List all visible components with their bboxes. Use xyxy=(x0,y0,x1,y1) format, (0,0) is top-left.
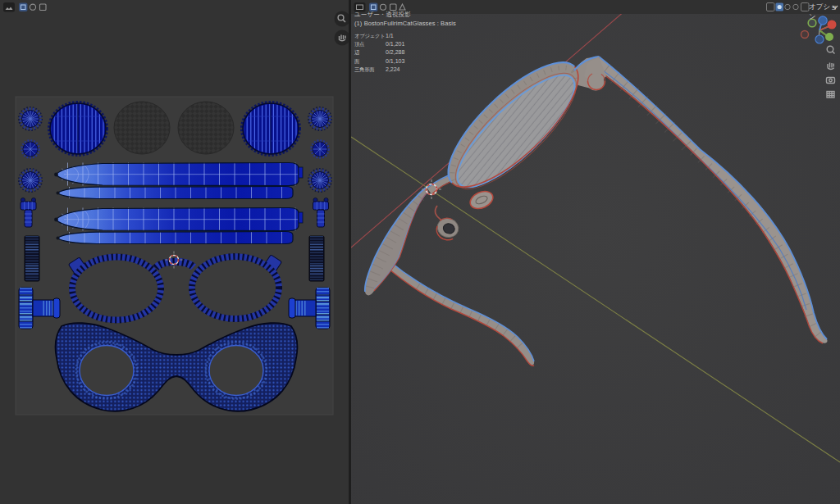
stat-faces: 面0/1,103 xyxy=(354,57,404,66)
viewport-3d-panel: ユーザー・透視投影 (1) BostonFullrimCatGlasses : … xyxy=(351,0,840,504)
uv-island-ribbed-left[interactable] xyxy=(25,236,39,281)
stat-edges: 辺0/2,288 xyxy=(354,48,404,57)
uv-editor-panel xyxy=(0,0,349,504)
viewport-view-label: ユーザー・透視投影 xyxy=(354,11,411,18)
stat-objects: オブジェクト1/1 xyxy=(354,32,404,40)
uv-island-lens-disc-left[interactable] xyxy=(19,107,42,192)
uv-zoom-button[interactable] xyxy=(335,11,349,27)
uv-island-checker-oval-1[interactable] xyxy=(114,102,170,154)
uv-editor-canvas[interactable] xyxy=(0,0,349,504)
stat-verts: 頂点0/1,201 xyxy=(354,40,404,48)
uv-mode-button[interactable] xyxy=(19,3,28,12)
viewport-stats: オブジェクト1/1 頂点0/1,201 辺0/2,288 面0/1,103 三角… xyxy=(354,32,404,74)
editor-type-button[interactable] xyxy=(3,2,15,12)
uv-island-checker-oval-2[interactable] xyxy=(178,102,234,154)
options-dropdown[interactable]: オプション xyxy=(809,2,840,22)
view-mode-icon[interactable] xyxy=(30,4,35,10)
uv-editor-header xyxy=(3,2,46,12)
stat-tris: 三角形面2,224 xyxy=(354,66,404,74)
gizmo-y-axis[interactable] xyxy=(825,33,833,41)
gizmo-x-axis-neg[interactable] xyxy=(801,31,809,39)
viewport-object-label: (1) BostonFullrimCatGlasses : Basis xyxy=(354,20,456,27)
uv-island-ribbed-right[interactable] xyxy=(309,236,324,281)
uv-island-lens-disc-right[interactable] xyxy=(308,107,331,192)
viewport-3d-canvas[interactable] xyxy=(351,0,840,504)
uv-island-temple-strips-1[interactable] xyxy=(54,163,303,199)
paint-mode-icon[interactable] xyxy=(40,4,47,11)
uv-island-temple-strips-2[interactable] xyxy=(54,208,303,244)
uv-nav-buttons xyxy=(335,11,349,46)
gizmo-z-axis-neg[interactable] xyxy=(815,35,824,43)
